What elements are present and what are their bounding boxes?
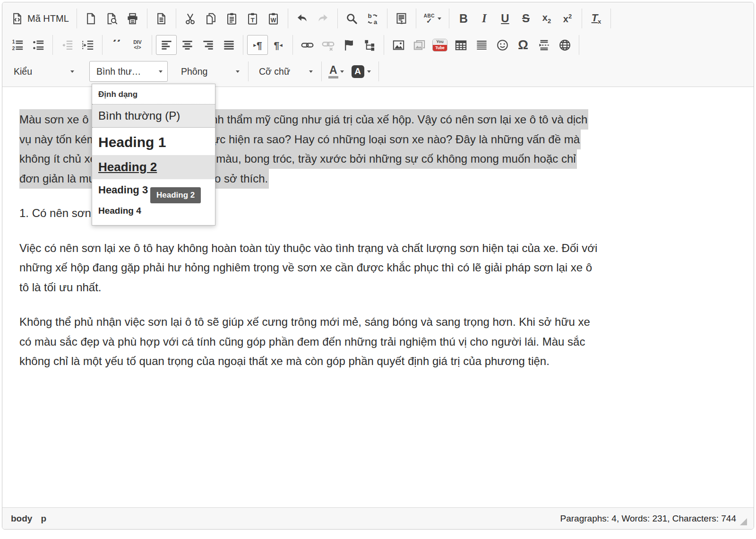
separator [579, 35, 579, 55]
numbered-list-button[interactable]: 1 2 [7, 35, 28, 55]
format-combo-label: Bình thư… [96, 66, 141, 77]
numbered-list-icon: 1 2 [11, 39, 24, 52]
horizontal-rule-button[interactable] [471, 35, 492, 55]
styles-combo-label: Kiểu [14, 66, 32, 77]
background-color-button[interactable]: A [348, 61, 375, 81]
copy-button[interactable] [201, 9, 222, 28]
underline-icon: U [501, 12, 509, 25]
paste-word-icon: W [267, 12, 280, 25]
bold-button[interactable]: B [453, 9, 474, 28]
toolbar-row-3: Kiểu Bình thư… Phông Cỡ chữ A A [7, 58, 749, 85]
iframe-button[interactable] [554, 35, 575, 55]
align-left-button[interactable] [156, 35, 177, 55]
preview-button[interactable] [102, 9, 122, 28]
paragraph-2: Việc có nên sơn lại xe ô tô hay không ho… [19, 238, 737, 297]
superscript-button[interactable]: x2 [557, 9, 578, 28]
styles-combo[interactable]: Kiểu [7, 61, 79, 82]
text-color-button[interactable]: A [326, 61, 348, 81]
spellcheck-button[interactable]: ABC ✓ [420, 9, 445, 28]
superscript-icon: x2 [563, 13, 572, 25]
svg-text:T: T [251, 16, 255, 23]
format-option-heading4[interactable]: Heading 4 [92, 201, 215, 221]
text-line: Không thể phủ nhận việc sơn lại ô tô sẽ … [19, 312, 737, 332]
replace-button[interactable]: b a [362, 9, 383, 28]
element-path-p[interactable]: p [41, 513, 46, 524]
blockquote-button[interactable]: ” [106, 35, 127, 55]
heading2-tooltip: Heading 2 [150, 187, 201, 203]
div-container-button[interactable]: DIV</> [127, 35, 148, 55]
page-break-button[interactable] [533, 35, 554, 55]
subscript-button[interactable]: x2 [536, 9, 557, 28]
format-option-heading1[interactable]: Heading 1 [92, 128, 215, 155]
source-button-label: Mã HTML [27, 13, 69, 24]
decrease-indent-button[interactable] [57, 35, 77, 55]
bulleted-list-icon [32, 39, 45, 52]
font-size-combo-label: Cỡ chữ [259, 66, 290, 77]
source-button[interactable]: Mã HTML [7, 9, 73, 28]
find-button[interactable] [342, 9, 362, 28]
chevron-down-icon [70, 70, 74, 75]
word-count: Paragraphs: 4, Words: 231, Characters: 7… [560, 512, 747, 525]
paste-button[interactable] [222, 9, 242, 28]
increase-indent-button[interactable] [77, 35, 98, 55]
special-character-button[interactable]: Ω [513, 35, 533, 55]
text-color-icon: A [329, 65, 337, 78]
paste-from-word-button[interactable]: W [263, 9, 284, 28]
align-right-button[interactable] [198, 35, 218, 55]
text-direction-ltr-button[interactable]: ▸¶ [247, 35, 268, 55]
text-direction-rtl-button[interactable]: ¶◂ [268, 35, 289, 55]
redo-button[interactable] [313, 9, 334, 28]
print-button[interactable] [122, 9, 143, 28]
chevron-down-icon [309, 70, 313, 75]
justify-button[interactable] [218, 35, 239, 55]
align-center-button[interactable] [177, 35, 198, 55]
bulleted-list-button[interactable] [28, 35, 49, 55]
font-combo[interactable]: Phông [174, 61, 244, 82]
svg-text:b: b [368, 12, 372, 19]
underline-button[interactable]: U [495, 9, 515, 28]
format-combo[interactable]: Bình thư… [89, 61, 168, 82]
format-option-normal[interactable]: Bình thường (P) [92, 104, 215, 128]
cut-button[interactable] [180, 9, 201, 28]
separator [582, 9, 582, 28]
format-option-heading2[interactable]: Heading 2 [92, 155, 215, 179]
separator [378, 61, 379, 81]
separator [384, 35, 384, 55]
strikethrough-button[interactable]: S [515, 9, 536, 28]
separator [52, 35, 53, 55]
remove-format-button[interactable]: Tx [586, 9, 607, 28]
separator [176, 9, 176, 28]
background-color-icon: A [352, 65, 364, 78]
undo-button[interactable] [292, 9, 313, 28]
cut-icon [184, 12, 197, 25]
insert-image-button[interactable] [388, 35, 409, 55]
svg-text:W: W [271, 17, 276, 23]
horizontal-rule-icon [475, 39, 488, 52]
templates-button[interactable] [151, 9, 172, 28]
new-page-button[interactable] [81, 9, 102, 28]
print-icon [126, 12, 139, 25]
anchor-button[interactable] [338, 35, 359, 55]
font-size-combo[interactable]: Cỡ chữ [252, 61, 318, 82]
unlink-button[interactable] [318, 35, 338, 55]
insert-table-button[interactable] [450, 35, 471, 55]
link-button[interactable] [297, 35, 318, 55]
remove-format-icon: Tx [592, 12, 601, 25]
youtube-button[interactable]: You Tube [430, 35, 450, 55]
undo-icon [296, 12, 309, 25]
templates-icon [155, 12, 168, 25]
image-gallery-button[interactable] [409, 35, 430, 55]
smiley-button[interactable] [492, 35, 513, 55]
separator [449, 9, 449, 28]
resize-grip-icon[interactable] [740, 518, 747, 525]
rtl-icon: ¶◂ [274, 40, 283, 50]
paste-as-text-button[interactable]: T [242, 9, 263, 28]
element-path-body[interactable]: body [11, 513, 32, 524]
select-all-button[interactable] [391, 9, 412, 28]
source-code-icon [11, 12, 24, 25]
structure-button[interactable] [359, 35, 380, 55]
unlink-icon [322, 39, 335, 52]
element-path: body p [11, 513, 46, 524]
italic-button[interactable]: I [474, 9, 495, 28]
toolbar: Mã HTML [2, 2, 754, 87]
